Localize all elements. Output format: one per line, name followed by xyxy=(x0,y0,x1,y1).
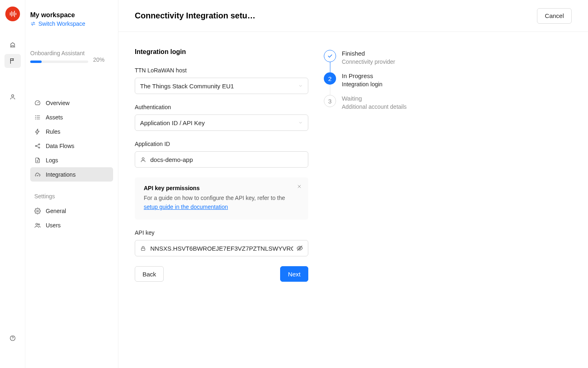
step-subtitle: Connectivity provider xyxy=(342,58,395,65)
switch-workspace-link[interactable]: Switch Workspace xyxy=(30,20,113,27)
svg-point-7 xyxy=(12,339,13,340)
cancel-button[interactable]: Cancel xyxy=(537,8,572,24)
alert-title: API key permissions xyxy=(144,185,292,191)
nav-label: General xyxy=(46,208,66,214)
bolt-icon xyxy=(34,128,41,135)
file-icon xyxy=(34,157,41,164)
check-icon xyxy=(327,53,333,59)
rail-item-user[interactable] xyxy=(4,90,21,104)
step-title: Finished xyxy=(342,50,395,57)
step-subtitle: Integration login xyxy=(342,81,383,88)
nav-label: Integrations xyxy=(46,171,76,178)
next-button[interactable]: Next xyxy=(280,266,308,282)
svg-point-11 xyxy=(36,115,36,116)
host-label: TTN LoRaWAN host xyxy=(135,67,308,74)
appid-input[interactable]: docs-demo-app xyxy=(135,151,308,168)
appid-label: Application ID xyxy=(135,141,308,147)
cloud-sync-icon xyxy=(34,171,41,178)
svg-point-16 xyxy=(39,147,40,148)
auth-select[interactable]: Application ID / API Key xyxy=(135,114,308,131)
help-icon xyxy=(9,335,16,341)
workspace-title: My workspace xyxy=(30,11,113,19)
sidebar: My workspace Switch Workspace Onboarding… xyxy=(25,0,118,368)
apikey-value: NNSXS.HSVT6BWROEJE7EF3VZ7PZTNLSWYVRC xyxy=(150,245,293,252)
eye-off-icon[interactable] xyxy=(296,245,303,251)
svg-point-24 xyxy=(142,157,144,159)
nav-item-general[interactable]: General xyxy=(30,204,113,218)
nav-label: Rules xyxy=(46,128,60,135)
rail-item-workspace[interactable] xyxy=(4,54,21,68)
step-title: Waiting xyxy=(342,95,407,102)
form-column: Integration login TTN LoRaWAN host The T… xyxy=(135,48,308,368)
auth-value: Application ID / API Key xyxy=(140,119,205,126)
svg-point-12 xyxy=(36,117,36,117)
back-button[interactable]: Back xyxy=(135,266,164,282)
flag-icon xyxy=(9,58,16,64)
close-icon[interactable] xyxy=(297,184,302,189)
nav-item-assets[interactable]: Assets xyxy=(30,110,113,124)
logo-icon xyxy=(9,10,16,18)
user-icon xyxy=(140,157,146,163)
users-icon xyxy=(34,222,41,229)
alert-link[interactable]: setup guide in the documentation xyxy=(144,204,228,210)
gear-icon xyxy=(34,208,41,214)
lock-icon xyxy=(140,245,146,251)
step-3: 3 Waiting Additional account details xyxy=(324,95,572,117)
appid-value: docs-demo-app xyxy=(150,156,303,163)
onboarding-percent: 20% xyxy=(93,56,105,63)
nav-item-users[interactable]: Users xyxy=(30,218,113,232)
rail-item-organization[interactable] xyxy=(4,38,21,52)
nav-item-rules[interactable]: Rules xyxy=(30,124,113,139)
svg-rect-27 xyxy=(141,248,145,251)
step-circle-wait: 3 xyxy=(324,95,336,107)
host-select[interactable]: The Things Stack Community EU1 xyxy=(135,78,308,94)
step-2: 2 In Progress Integration login xyxy=(324,72,572,95)
switch-icon xyxy=(30,21,36,27)
auth-label: Authentication xyxy=(135,104,308,110)
nav-label: Users xyxy=(46,222,61,229)
apikey-input[interactable]: NNSXS.HSVT6BWROEJE7EF3VZ7PZTNLSWYVRC xyxy=(135,240,308,256)
building-icon xyxy=(9,41,16,48)
switch-workspace-label: Switch Workspace xyxy=(38,20,85,27)
svg-point-15 xyxy=(39,144,40,145)
api-key-permissions-alert: API key permissions For a guide on how t… xyxy=(135,177,308,220)
nav-group-settings: Settings xyxy=(30,193,113,204)
field-api-key: API key NNSXS.HSVT6BWROEJE7EF3VZ7PZTNLSW… xyxy=(135,229,308,256)
main: Connectivity Integration setu… Cancel In… xyxy=(118,0,588,368)
nav-label: Assets xyxy=(46,114,63,121)
nav-list: Overview Assets Rules Data Flows Logs In… xyxy=(30,96,113,232)
nav-item-data-flows[interactable]: Data Flows xyxy=(30,139,113,153)
svg-point-5 xyxy=(11,95,13,97)
main-header: Connectivity Integration setu… Cancel xyxy=(118,0,588,32)
svg-point-21 xyxy=(37,210,38,212)
nav-rail xyxy=(0,0,25,368)
chevron-down-icon xyxy=(298,83,303,88)
nav-label: Logs xyxy=(46,157,58,164)
nav-item-logs[interactable]: Logs xyxy=(30,153,113,167)
svg-line-18 xyxy=(36,146,38,147)
onboarding-assistant[interactable]: Onboarding Assistant 20% xyxy=(30,50,113,63)
svg-point-23 xyxy=(38,224,40,225)
svg-point-13 xyxy=(36,119,36,119)
alert-text: For a guide on how to configure the API … xyxy=(144,194,292,211)
logo[interactable] xyxy=(5,7,20,21)
nav-item-integrations[interactable]: Integrations xyxy=(30,167,113,182)
gauge-icon xyxy=(34,100,41,106)
nav-label: Data Flows xyxy=(46,143,74,149)
step-circle-done xyxy=(324,50,336,62)
onboarding-progress xyxy=(30,61,88,63)
host-value: The Things Stack Community EU1 xyxy=(140,83,234,90)
step-title: In Progress xyxy=(342,72,383,79)
field-host: TTN LoRaWAN host The Things Stack Commun… xyxy=(135,67,308,94)
field-auth: Authentication Application ID / API Key xyxy=(135,104,308,131)
svg-point-14 xyxy=(36,145,37,146)
step-circle-active: 2 xyxy=(324,72,336,85)
nav-label: Overview xyxy=(46,100,69,106)
alert-text-body: For a guide on how to configure the API … xyxy=(144,195,285,201)
rail-item-help[interactable] xyxy=(4,331,21,345)
nav-item-overview[interactable]: Overview xyxy=(30,96,113,110)
svg-point-22 xyxy=(36,223,38,225)
field-app-id: Application ID docs-demo-app xyxy=(135,141,308,168)
form-actions: Back Next xyxy=(135,266,308,282)
share-icon xyxy=(34,143,41,149)
